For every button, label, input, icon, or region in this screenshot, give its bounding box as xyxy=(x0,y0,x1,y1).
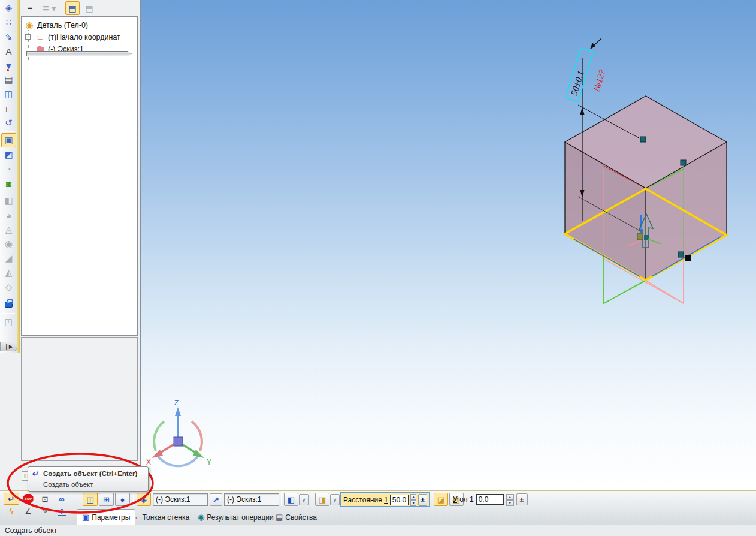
binocular-button[interactable]: ∞ xyxy=(54,493,69,505)
rebuild-pointer-bar[interactable] xyxy=(26,51,132,56)
tree-lower-panel xyxy=(21,337,138,461)
lock-icon[interactable] xyxy=(1,297,16,312)
tree-filter-button[interactable]: ⊞ xyxy=(99,493,114,506)
filter-icon[interactable]: ▼ xyxy=(1,58,16,73)
result-tab-icon: ◉ xyxy=(198,513,204,522)
distance-spinner[interactable]: ▲▼ xyxy=(410,494,416,505)
tree-toolbar: ≡ ≣ ▾ ▤ ▤ xyxy=(20,0,140,16)
shell-icon[interactable]: ◧ xyxy=(1,194,16,208)
faces-filter-button[interactable]: ● xyxy=(115,493,130,506)
chamfer-icon[interactable]: ◬ xyxy=(1,222,16,237)
model-tree: ◉ Деталь (Тел-0) + ∟ (т)Начало координат… xyxy=(21,16,138,336)
extrude-icon[interactable]: ▣ xyxy=(1,133,16,147)
tab-thin-wall[interactable]: ⌐ Тонкая стенка xyxy=(131,510,194,524)
property-panel: ↵ STOP ⊡ ∞ ϟ ∠ ✎ ? ◫ ⊞ ● ◈ (-) Эскиз:1 ↗… xyxy=(0,490,756,525)
angle-group: Угол 1 0.0 ▲▼ ± xyxy=(453,493,528,505)
sketch-select-button[interactable]: ◈ xyxy=(137,493,151,506)
measure-icon[interactable]: A xyxy=(1,44,16,58)
thinwall-tab-icon: ⌐ xyxy=(135,513,140,522)
spline-icon[interactable]: ⇘ xyxy=(1,29,16,44)
angle-label: Угол 1 xyxy=(453,495,474,504)
tab-operation-result[interactable]: ◉ Результат операции xyxy=(193,510,279,524)
distance-input[interactable]: 50.0 xyxy=(390,495,409,505)
tab-properties[interactable]: ▤ Свойства xyxy=(271,510,322,524)
fillet-icon[interactable]: ◕ xyxy=(1,208,16,222)
preview-button[interactable]: ⊡ xyxy=(37,493,53,505)
doc-copy-icon[interactable]: ▤ xyxy=(82,1,96,15)
props-tab-icon: ▤ xyxy=(276,513,283,522)
tree-item-origin[interactable]: ∟ (т)Начало координат xyxy=(35,31,136,43)
distance-group: Расстояние 1 50.0 ▲▼ ± xyxy=(340,492,430,507)
direction-arrow-button[interactable]: ↗ xyxy=(210,493,222,506)
ghost-icon[interactable]: ◇ xyxy=(1,280,16,294)
status-message: Создать объект xyxy=(5,526,57,535)
tab-parameters[interactable]: ▣ Параметры xyxy=(77,509,135,525)
filter-list-icon[interactable]: ≣ ▾ xyxy=(40,1,58,15)
toolbar-separator xyxy=(281,493,282,506)
params-tab-icon: ▣ xyxy=(82,513,89,522)
angle-spinner[interactable]: ▲▼ xyxy=(506,494,514,505)
tooltip-title: Создать объект (Ctrl+Enter) xyxy=(43,470,137,477)
direction-dropdown[interactable]: ∨ xyxy=(330,494,340,505)
cut-extrude-icon[interactable]: ◩ xyxy=(1,147,16,162)
status-bar: Создать объект xyxy=(0,525,756,536)
enter-icon: ↵ xyxy=(32,469,39,478)
toolbar-separator xyxy=(133,493,134,506)
direction-cube-button[interactable]: ◨ xyxy=(315,493,329,506)
angle-pm-button[interactable]: ± xyxy=(516,493,528,505)
show-structure-icon[interactable]: ▤ xyxy=(65,1,80,15)
flip-plane-dropdown[interactable]: ∨ xyxy=(299,494,309,505)
frame-icon[interactable]: ◫ xyxy=(1,87,16,101)
sketch-field-1[interactable]: (-) Эскиз:1 xyxy=(153,493,208,506)
toolbar-divider xyxy=(2,192,15,192)
flip-plane-button[interactable]: ◧ xyxy=(284,493,298,506)
distance-pm-button[interactable]: ± xyxy=(418,494,427,506)
points-icon[interactable]: ∷ xyxy=(1,15,16,29)
create-object-button[interactable]: ↵ xyxy=(4,493,19,505)
toolbar-divider xyxy=(2,131,15,132)
expand-toggle[interactable]: + xyxy=(25,34,31,40)
model-tree-panel: ≡ ≣ ▾ ▤ ▤ ◉ Деталь (Тел-0) + ∟ (т)Начало… xyxy=(20,0,140,490)
left-toolbar: ◈ ∷ ⇘ A ▼ ▤ ◫ ∟ ↺ ▣ ◩ ◔ ◙ ◧ ◕ ◬ ◉ ◢ ◭ ◇ … xyxy=(0,0,17,353)
toolbar-separator xyxy=(78,493,78,506)
dock-strip xyxy=(17,0,20,353)
rib-icon[interactable]: ◭ xyxy=(1,266,16,280)
tree-item-part[interactable]: ◉ Деталь (Тел-0) xyxy=(24,19,136,31)
stop-icon: STOP xyxy=(23,494,34,504)
origin-icon: ∟ xyxy=(35,32,46,41)
loft-icon[interactable]: ◙ xyxy=(1,176,16,191)
report-icon[interactable]: ▤ xyxy=(1,73,16,87)
angle-input[interactable]: 0.0 xyxy=(476,494,504,505)
datum-icon[interactable]: ∟ xyxy=(1,101,16,116)
toolbar-expander[interactable]: ❙▶ xyxy=(0,342,17,351)
sketch-field-2[interactable]: (-) Эскиз:1 xyxy=(224,493,279,506)
property-tabs: ▣ Параметры ⌐ Тонкая стенка ◉ Результат … xyxy=(0,508,756,525)
revolve-icon[interactable]: ◔ xyxy=(1,162,16,176)
3d-viewport[interactable] xyxy=(140,0,756,490)
curve-icon[interactable]: ↺ xyxy=(1,116,16,130)
toolbar-separator xyxy=(312,493,312,506)
solids-filter-button[interactable]: ◫ xyxy=(83,493,98,506)
draft-icon[interactable]: ◢ xyxy=(1,251,16,266)
reverse-direction-button[interactable]: ◪ xyxy=(434,493,448,506)
tree-structure-icon[interactable]: ≡ xyxy=(23,1,37,15)
hole-icon[interactable]: ◉ xyxy=(1,237,16,251)
create-object-tooltip: ↵ Создать объект (Ctrl+Enter) Создать об… xyxy=(28,466,149,492)
pattern-icon[interactable]: ◰ xyxy=(1,315,16,329)
tree-item-label: (т)Начало координат xyxy=(48,33,120,41)
toolbar-separator xyxy=(62,2,62,13)
toolbar-divider xyxy=(2,313,15,314)
part-icon: ◉ xyxy=(24,20,35,31)
distance-label: Расстояние 1 xyxy=(343,496,388,504)
tooltip-subtitle: Создать объект xyxy=(43,481,93,488)
stop-button[interactable]: STOP xyxy=(20,493,36,505)
toolbar-divider xyxy=(2,296,15,296)
surface-icon[interactable]: ◈ xyxy=(1,1,16,15)
tree-item-label: Деталь (Тел-0) xyxy=(37,21,88,29)
